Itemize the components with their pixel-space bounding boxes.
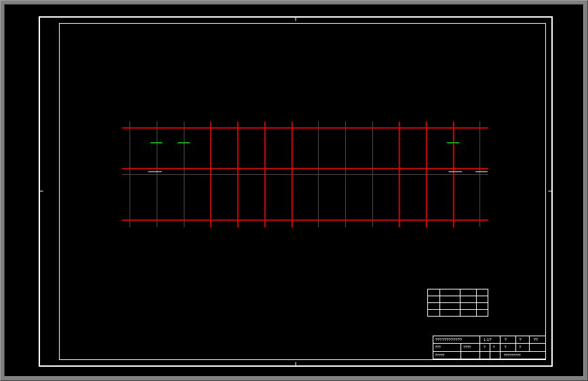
structural-grid (122, 121, 488, 227)
center-marks (39, 17, 552, 366)
scale-value: 1:1? (484, 338, 492, 342)
title-text: ???????????? (435, 338, 462, 342)
frame-inner (60, 24, 546, 359)
drawing-svg: ???????????? 1:1? ? ? ?? ??? ???? ? ? ? … (5, 5, 583, 376)
right-col1: ? (505, 338, 507, 342)
sheet-value: ? (493, 346, 495, 349)
row3a: ????? (435, 354, 444, 357)
right-col3: ?? (533, 338, 538, 342)
stage-value: ? (484, 346, 486, 349)
stage-label: ???? (463, 346, 471, 349)
right-col2: ? (520, 338, 522, 342)
frame-outer (39, 17, 552, 366)
right2-col1: ? (505, 346, 507, 349)
row2a: ??? (435, 346, 441, 349)
title-block: ???????????? 1:1? ? ? ?? ??? ???? ? ? ? … (433, 336, 546, 359)
app-viewport: ???????????? 1:1? ? ? ?? ??? ???? ? ? ? … (0, 0, 588, 381)
revision-table (428, 289, 488, 317)
right2-col2: ? (520, 346, 522, 349)
institution: ????????? (504, 354, 521, 357)
drawing-canvas[interactable]: ???????????? 1:1? ? ? ?? ??? ???? ? ? ? … (4, 4, 584, 377)
